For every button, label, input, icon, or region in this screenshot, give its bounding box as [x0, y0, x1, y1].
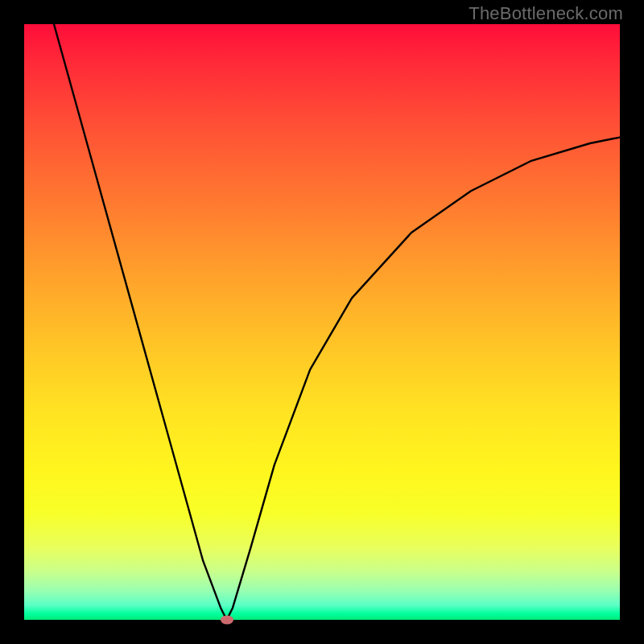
bottleneck-curve — [54, 24, 620, 620]
watermark-text: TheBottleneck.com — [469, 3, 623, 24]
chart-frame: TheBottleneck.com — [0, 0, 644, 644]
curve-svg — [24, 24, 620, 620]
optimum-marker — [221, 616, 233, 625]
plot-area — [24, 24, 620, 620]
